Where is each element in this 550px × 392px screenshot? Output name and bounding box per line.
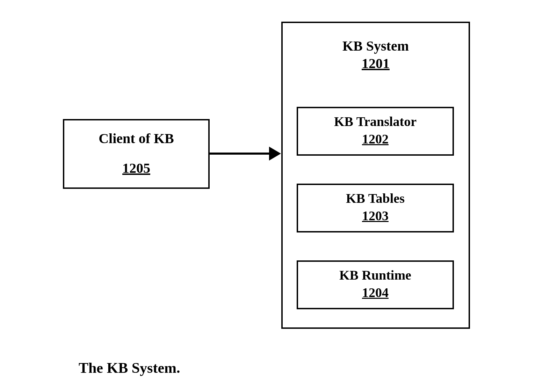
client-title: Client of KB — [64, 130, 208, 147]
kb-system-box: KB System 1201 KB Translator 1202 KB Tab… — [281, 22, 470, 329]
kb-tables-label: KB Tables — [298, 191, 453, 206]
client-ref: 1205 — [64, 160, 208, 176]
kb-runtime-label: KB Runtime — [298, 267, 453, 283]
figure-caption: The KB System. — [79, 360, 180, 376]
kb-system-ref: 1201 — [283, 55, 469, 72]
kb-translator-label: KB Translator — [298, 114, 453, 129]
kb-translator-ref: 1202 — [298, 131, 453, 147]
client-box: Client of KB 1205 — [63, 119, 210, 189]
kb-tables-ref: 1203 — [298, 208, 453, 223]
kb-tables-box: KB Tables 1203 — [297, 184, 454, 232]
kb-translator-box: KB Translator 1202 — [297, 107, 454, 156]
kb-runtime-ref: 1204 — [298, 285, 453, 300]
arrow-line — [210, 153, 271, 155]
kb-system-title: KB System — [283, 38, 469, 54]
kb-runtime-box: KB Runtime 1204 — [297, 260, 454, 309]
arrow-head-icon — [269, 147, 281, 161]
diagram-canvas: Client of KB 1205 KB System 1201 KB Tran… — [0, 0, 550, 392]
